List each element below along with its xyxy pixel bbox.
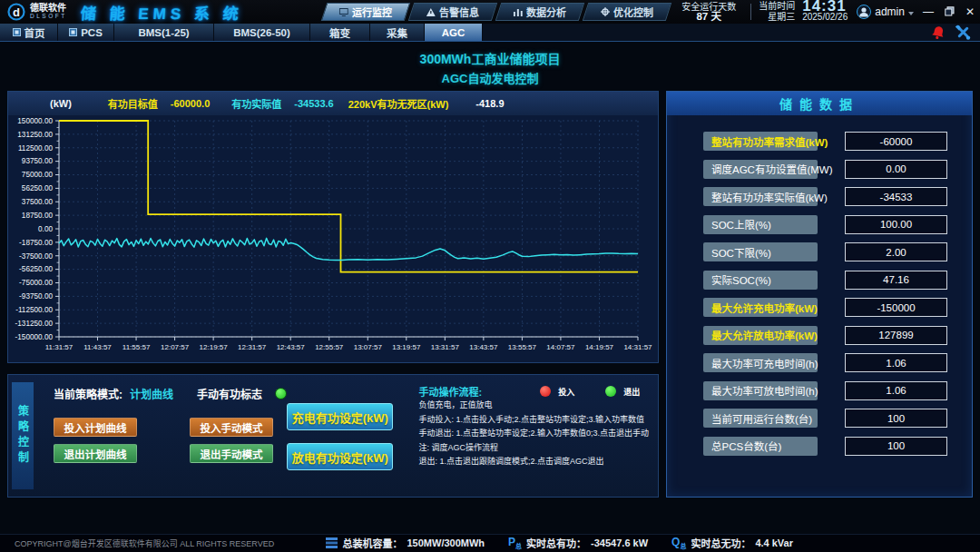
svg-text:0.00: 0.00 xyxy=(38,225,53,233)
menu-alarms[interactable]: 告警信息 xyxy=(408,3,497,21)
menu-monitoring[interactable]: 运行监控 xyxy=(321,3,410,21)
restore-button[interactable] xyxy=(945,6,955,18)
engage-dot-label: 投入 xyxy=(558,386,574,398)
chevron-down-icon xyxy=(908,12,914,15)
ems-app-window: d 德联软件 DLSOFT 储 能 EMS 系 统 运行监控 告警信息 数据分析 xyxy=(0,0,980,552)
page-title: AGC自动发电控制 xyxy=(0,69,980,89)
data-row-label: 整站有功功率实际值(kW) xyxy=(703,187,818,206)
data-row-value: 47.16 xyxy=(845,271,947,290)
tab-label: AGC xyxy=(442,27,466,38)
page-tab-bar: 首页 PCS BMS(1-25) BMS(26-50) 箱变 采集 AGC xyxy=(0,24,980,42)
svg-text:13:19:57: 13:19:57 xyxy=(392,343,421,351)
data-row-label: 调度AGC有功设置值(MW) xyxy=(703,160,818,179)
deadzone-legend-value: -418.9 xyxy=(475,98,504,109)
mode-value: 计划曲线 xyxy=(130,386,173,401)
tab-agc[interactable]: AGC xyxy=(425,24,483,41)
discharge-power-set-button[interactable]: 放电有功设定(kW) xyxy=(287,443,393,470)
tab-label: BMS(1-25) xyxy=(138,27,189,38)
dlsoft-logo-icon: d xyxy=(7,3,25,21)
restore-icon xyxy=(945,6,955,16)
svg-text:-56250.00: -56250.00 xyxy=(19,265,53,273)
svg-text:13:31:57: 13:31:57 xyxy=(431,343,460,351)
table-row: 最大功率可放电时间(h) 1.06 xyxy=(703,381,972,400)
svg-text:93750.00: 93750.00 xyxy=(22,157,54,165)
date-value: 2025/02/26 xyxy=(802,12,848,23)
engage-plan-curve-button[interactable]: 投入计划曲线 xyxy=(54,418,137,437)
active-power-value: -34547.6 kW xyxy=(591,537,648,548)
menu-label: 运行监控 xyxy=(352,5,392,19)
manual-flag-indicator xyxy=(275,388,287,399)
table-row: SOC上限(%) 100.00 xyxy=(703,215,972,234)
exit-manual-mode-button[interactable]: 退出手动模式 xyxy=(190,444,273,463)
monitor-icon xyxy=(339,8,348,16)
tab-label: 箱变 xyxy=(329,25,350,40)
bell-icon[interactable] xyxy=(930,24,947,41)
menu-label: 优化控制 xyxy=(613,5,653,19)
power-trend-chart: 11:31:5711:43:5711:55:5712:07:5712:19:57… xyxy=(8,115,658,362)
data-row-value: -150000 xyxy=(845,298,947,317)
exit-plan-curve-button[interactable]: 退出计划曲线 xyxy=(54,444,137,463)
menu-label: 数据分析 xyxy=(526,5,566,19)
svg-text:75000.00: 75000.00 xyxy=(22,171,54,179)
data-row-value: 1.06 xyxy=(845,353,947,372)
chart-legend: (kW) 有功目标值 -60000.0 有功实际值 -34533.6 220kV… xyxy=(8,92,658,115)
svg-text:11:43:57: 11:43:57 xyxy=(83,343,112,351)
manual-flag-label: 手动有功标志 xyxy=(197,386,262,401)
status-bar: COPYRIGHT@烟台开发区德联软件有限公司 ALL RIGHTS RESER… xyxy=(0,534,980,552)
menu-label: 告警信息 xyxy=(439,5,479,19)
time-label: 当前时间 xyxy=(759,1,795,12)
tools-icon[interactable] xyxy=(955,25,971,40)
strategy-side-tab[interactable]: 策略控制 xyxy=(12,382,34,489)
svg-text:37500.00: 37500.00 xyxy=(22,198,54,206)
data-row-label: 最大功率可充电时间(h) xyxy=(703,353,818,372)
user-menu[interactable]: admin xyxy=(857,5,914,19)
exit-dot-label: 退出 xyxy=(623,386,640,398)
installed-capacity: 总装机容量： 150MW/300MWh xyxy=(326,536,485,550)
svg-text:14:07:57: 14:07:57 xyxy=(546,343,575,351)
reactive-power-value: 4.4 kVar xyxy=(755,537,793,548)
target-legend-value: -60000.0 xyxy=(171,98,210,109)
menu-analytics[interactable]: 数据分析 xyxy=(495,3,584,21)
table-row: 调度AGC有功设置值(MW) 0.00 xyxy=(703,160,972,179)
tab-bms-26-50[interactable]: BMS(26-50) xyxy=(214,24,310,41)
data-row-value: -34533 xyxy=(845,187,947,206)
tab-label: 采集 xyxy=(387,25,407,40)
tab-pcs[interactable]: PCS xyxy=(58,24,114,41)
tab-bms-1-25[interactable]: BMS(1-25) xyxy=(114,24,214,41)
minimize-button[interactable]: — xyxy=(923,6,934,17)
close-button[interactable]: ✕ xyxy=(965,6,975,17)
svg-text:-37500.00: -37500.00 xyxy=(19,252,53,261)
svg-text:11:55:57: 11:55:57 xyxy=(122,343,151,351)
svg-text:-75000.00: -75000.00 xyxy=(19,279,53,287)
svg-text:12:19:57: 12:19:57 xyxy=(200,343,229,351)
strategy-mode-block: 当前策略模式: 计划曲线 手动有功标志 投入计划曲线 投入手动模式 退出计划曲线… xyxy=(34,380,287,491)
svg-text:12:43:57: 12:43:57 xyxy=(277,343,306,351)
strategy-control-panel: 策略控制 当前策略模式: 计划曲线 手动有功标志 投入计划曲线 投入手动模式 退… xyxy=(7,374,659,498)
company-name: 德联软件 xyxy=(30,4,67,12)
table-row: SOC下限(%) 2.00 xyxy=(703,242,972,261)
pcs-icon xyxy=(69,28,77,36)
storage-data-title: 储能数据 xyxy=(667,92,972,115)
reactive-power-label: 实时总无功： xyxy=(691,536,750,550)
alarm-icon xyxy=(426,8,436,16)
tab-home[interactable]: 首页 xyxy=(0,24,58,41)
data-row-label: SOC上限(%) xyxy=(703,215,818,234)
tab-collection[interactable]: 采集 xyxy=(370,24,425,41)
active-power-label: 实时总有功： xyxy=(526,536,586,550)
svg-text:12:31:57: 12:31:57 xyxy=(238,343,267,351)
svg-text:18750.00: 18750.00 xyxy=(22,212,54,220)
total-reactive-power: Q总 实时总无功： 4.4 kVar xyxy=(671,536,793,550)
product-title: 储 能 EMS 系 统 xyxy=(80,1,243,24)
tab-transformer[interactable]: 箱变 xyxy=(310,24,370,41)
top-bar: d 德联软件 DLSOFT 储 能 EMS 系 统 运行监控 告警信息 数据分析 xyxy=(0,0,980,24)
deadzone-legend-label: 220kV有功无死区(kW) xyxy=(348,96,449,111)
svg-text:112500.00: 112500.00 xyxy=(18,144,54,153)
gear-icon xyxy=(601,7,610,16)
data-row-value: 100.00 xyxy=(845,215,947,234)
charge-power-set-button[interactable]: 充电有功设定(kW) xyxy=(287,403,393,430)
engage-manual-mode-button[interactable]: 投入手动模式 xyxy=(190,418,273,437)
menu-optimization[interactable]: 优化控制 xyxy=(583,3,671,21)
instructions-title: 手动操作流程: xyxy=(418,384,482,399)
manual-operation-instructions: 手动操作流程: 投入 退出 负值充电，正值放电 手动投入: 1.点击投入手动;2… xyxy=(393,380,652,491)
main-area: (kW) 有功目标值 -60000.0 有功实际值 -34533.6 220kV… xyxy=(0,91,980,498)
